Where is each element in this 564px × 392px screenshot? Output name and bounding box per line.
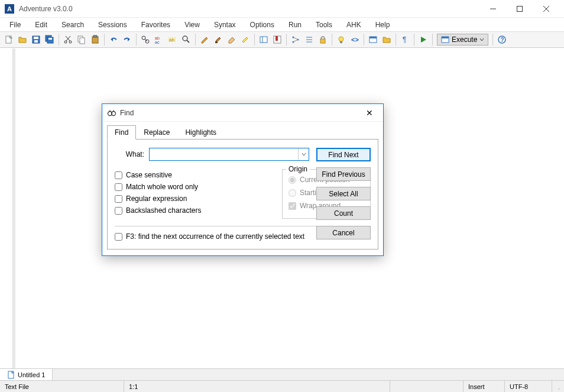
find-history-dropdown[interactable] <box>298 148 309 160</box>
backslashed-checkbox[interactable]: Backslashed characters <box>115 205 275 216</box>
copy-icon[interactable] <box>75 33 88 46</box>
replace-icon[interactable]: abac <box>153 33 166 46</box>
menu-syntax[interactable]: Syntax <box>207 19 243 31</box>
cut-icon[interactable] <box>61 33 74 46</box>
new-file-icon[interactable]: + <box>2 33 15 46</box>
maximize-button[interactable] <box>506 0 533 18</box>
eraser-icon[interactable] <box>225 33 238 46</box>
highlighter-icon[interactable] <box>239 33 252 46</box>
cancel-button[interactable]: Cancel <box>316 226 371 239</box>
window-titlebar: A Adventure v3.0.0 <box>0 0 564 18</box>
menu-ahk[interactable]: AHK <box>339 19 368 31</box>
select-all-button[interactable]: Select All <box>316 187 371 200</box>
dialog-title: Find <box>120 109 361 117</box>
run-icon[interactable] <box>417 33 430 46</box>
svg-rect-30 <box>260 37 267 43</box>
menu-options[interactable]: Options <box>243 19 281 31</box>
svg-point-13 <box>69 41 72 43</box>
svg-text:ac: ac <box>155 40 160 44</box>
undo-icon[interactable] <box>107 33 120 46</box>
redo-icon[interactable] <box>121 33 134 46</box>
bulb-icon[interactable] <box>335 33 348 46</box>
origin-legend: Origin <box>286 165 310 173</box>
status-encoding: UTF-8 <box>505 381 552 392</box>
status-spacer <box>390 381 463 392</box>
count-button[interactable]: Count <box>316 206 371 220</box>
menu-search[interactable]: Search <box>54 19 91 31</box>
code-icon[interactable]: <> <box>348 33 361 46</box>
menu-file[interactable]: File <box>2 19 28 31</box>
svg-rect-33 <box>275 36 278 41</box>
whole-word-checkbox[interactable]: Match whole word only <box>115 181 275 193</box>
dialog-titlebar[interactable]: Find ✕ <box>102 104 383 122</box>
document-tab[interactable]: Untitled 1 <box>0 369 53 380</box>
statusbar: Text File 1:1 Insert UTF-8 <box>0 380 564 392</box>
tab-highlights[interactable]: Highlights <box>177 125 224 140</box>
execute-label: Execute <box>452 35 477 44</box>
dialog-tabs: Find Replace Highlights <box>102 125 383 140</box>
minimize-button[interactable] <box>479 0 506 18</box>
what-label: What: <box>115 150 144 158</box>
menu-edit[interactable]: Edit <box>28 19 54 31</box>
svg-rect-7 <box>34 37 38 39</box>
document-tab-label: Untitled 1 <box>18 371 45 378</box>
panel-icon[interactable] <box>257 33 270 46</box>
status-insert-mode: Insert <box>463 381 505 392</box>
find-next-button[interactable]: Find Next <box>316 148 371 161</box>
svg-text:+: + <box>10 35 13 41</box>
svg-rect-17 <box>80 38 85 44</box>
close-button[interactable] <box>533 0 559 18</box>
svg-rect-11 <box>48 38 52 40</box>
list-icon[interactable] <box>303 33 316 46</box>
find-dialog: Find ✕ Find Replace Highlights What: Cas… <box>102 103 384 256</box>
tree-icon[interactable] <box>289 33 302 46</box>
regex-checkbox[interactable]: Regular expression <box>115 193 275 205</box>
document-icon <box>7 371 15 379</box>
save-icon[interactable] <box>30 33 43 46</box>
f3-checkbox[interactable] <box>115 233 122 241</box>
bookmark-icon[interactable] <box>271 33 284 46</box>
document-tabs: Untitled 1 <box>0 368 564 380</box>
resize-grip[interactable] <box>552 381 564 392</box>
search-icon[interactable] <box>180 33 193 46</box>
find-previous-button[interactable]: Find Previous <box>316 167 371 181</box>
svg-text:ab: ab <box>155 36 160 40</box>
svg-rect-29 <box>215 41 218 43</box>
menu-tools[interactable]: Tools <box>309 19 339 31</box>
folder-icon[interactable] <box>380 33 393 46</box>
line-gutter <box>0 48 13 368</box>
f3-label: F3: find the next occurrence of the curr… <box>126 232 304 241</box>
tab-replace[interactable]: Replace <box>136 125 177 140</box>
svg-line-38 <box>293 40 298 42</box>
menu-run[interactable]: Run <box>281 19 309 31</box>
menu-sessions[interactable]: Sessions <box>91 19 134 31</box>
execute-button[interactable]: Execute <box>437 34 488 46</box>
menu-view[interactable]: View <box>177 19 207 31</box>
find-icon[interactable] <box>139 33 152 46</box>
svg-rect-19 <box>93 35 97 37</box>
paste-icon[interactable] <box>89 33 102 46</box>
window-icon[interactable] <box>367 33 380 46</box>
status-file-type: Text File <box>0 381 124 392</box>
status-position: 1:1 <box>124 381 390 392</box>
pencil-icon[interactable] <box>198 33 211 46</box>
dialog-close-button[interactable]: ✕ <box>361 105 378 121</box>
open-folder-icon[interactable] <box>16 33 29 46</box>
save-all-icon[interactable] <box>43 33 56 46</box>
svg-rect-1 <box>517 6 522 11</box>
svg-rect-50 <box>442 37 449 38</box>
help-icon[interactable]: ? <box>495 33 508 46</box>
menubar: File Edit Search Sessions Favorites View… <box>0 18 564 31</box>
chevron-down-icon <box>479 37 484 42</box>
dialog-content: What: Case sensitive Match whole word on… <box>107 139 378 250</box>
svg-line-15 <box>66 36 70 41</box>
find-input[interactable] <box>150 148 298 160</box>
menu-help[interactable]: Help <box>368 19 397 31</box>
lock-icon[interactable] <box>316 33 329 46</box>
case-sensitive-checkbox[interactable]: Case sensitive <box>115 169 275 181</box>
highlight-icon[interactable]: ab <box>166 33 179 46</box>
brush-icon[interactable] <box>212 33 225 46</box>
menu-favorites[interactable]: Favorites <box>134 19 177 31</box>
paragraph-icon[interactable]: ¶ <box>398 33 411 46</box>
tab-find[interactable]: Find <box>107 125 136 140</box>
